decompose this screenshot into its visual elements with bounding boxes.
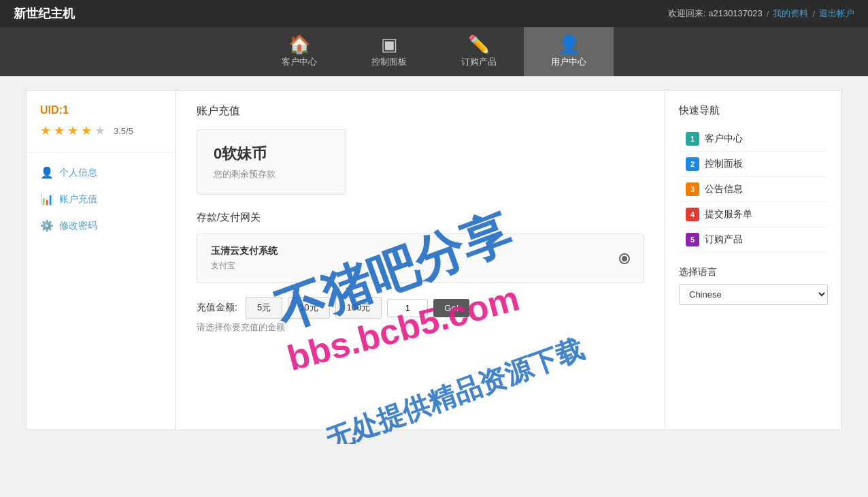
main-container: UID:1 ★ ★ ★ ★ ★ 3.5/5 👤 个人信息 📊 账户充值 ⚙️ 修… <box>26 90 842 430</box>
payment-details: 玉清云支付系统 支付宝 <box>211 245 278 272</box>
sidebar-item-account-recharge[interactable]: 📊 账户充值 <box>27 186 176 212</box>
content-area: 账户充值 0软妹币 您的剩余预存款 存款/支付网关 玉清云支付系统 支付宝 充值… <box>176 91 665 430</box>
payment-sub: 支付宝 <box>211 260 278 272</box>
amount-btn-10[interactable]: 10元 <box>288 297 329 319</box>
amount-btn-100[interactable]: 100元 <box>335 297 382 319</box>
star-4: ★ <box>81 123 92 138</box>
amount-btn-5[interactable]: 5元 <box>246 297 282 319</box>
balance-label: 您的剩余预存款 <box>214 168 329 180</box>
nav-label-client-center: 客户中心 <box>282 56 317 68</box>
top-bar: 新世纪主机 欢迎回来: a2130137023 / 我的资料 / 退出帐户 <box>0 0 868 27</box>
badge-2: 2 <box>686 157 699 171</box>
rating-text: 3.5/5 <box>114 126 133 136</box>
welcome-text: 欢迎回来: a2130137023 <box>668 7 763 20</box>
separator2: / <box>812 9 815 19</box>
section-title: 账户充值 <box>197 104 644 118</box>
nav-user-center[interactable]: 👤 用户中心 <box>524 27 614 76</box>
balance-amount: 0软妹币 <box>214 144 329 164</box>
sidebar-label-account-recharge: 账户充值 <box>59 193 97 206</box>
content-wrapper: 不猪吧分享 bbs.bcb5.com 无处提供精品资源下载 UID:1 ★ ★ … <box>26 90 842 430</box>
language-section: 选择语言 Chinese English <box>679 266 828 305</box>
sidebar-item-personal-info[interactable]: 👤 个人信息 <box>27 159 176 186</box>
site-logo: 新世纪主机 <box>14 5 75 22</box>
user-icon: 👤 <box>558 35 580 53</box>
order-icon: ✏️ <box>468 35 490 53</box>
sidebar-label-personal-info: 个人信息 <box>59 167 97 179</box>
lang-title: 选择语言 <box>679 266 828 278</box>
quick-nav-label-1: 客户中心 <box>705 133 743 145</box>
quick-nav-order-products[interactable]: 5 订购产品 <box>679 227 828 253</box>
badge-1: 1 <box>686 132 699 146</box>
quick-nav-label-4: 提交服务单 <box>705 208 752 221</box>
sidebar-item-change-password[interactable]: ⚙️ 修改密码 <box>27 212 176 239</box>
gear-icon: ⚙️ <box>40 219 54 232</box>
quick-nav-submit-ticket[interactable]: 4 提交服务单 <box>679 202 828 227</box>
badge-5: 5 <box>686 233 699 246</box>
amount-row: 充值金额: 5元 10元 100元 Go! <box>197 297 644 319</box>
home-icon: 🏠 <box>288 35 310 53</box>
language-select[interactable]: Chinese English <box>679 284 828 305</box>
separator1: / <box>767 9 769 19</box>
amount-label: 充值金额: <box>197 302 237 314</box>
star-1: ★ <box>40 123 51 138</box>
sidebar: UID:1 ★ ★ ★ ★ ★ 3.5/5 👤 个人信息 📊 账户充值 ⚙️ 修… <box>27 91 176 430</box>
sidebar-divider <box>27 152 176 153</box>
dashboard-icon: ▣ <box>381 35 398 53</box>
amount-input[interactable] <box>387 299 428 317</box>
amount-hint: 请选择你要充值的金额 <box>197 321 644 334</box>
sidebar-label-change-password: 修改密码 <box>59 220 97 232</box>
top-bar-right: 欢迎回来: a2130137023 / 我的资料 / 退出帐户 <box>668 7 854 20</box>
nav-control-panel[interactable]: ▣ 控制面板 <box>344 27 434 76</box>
go-button[interactable]: Go! <box>433 299 469 317</box>
nav-bar: 🏠 客户中心 ▣ 控制面板 ✏️ 订购产品 👤 用户中心 <box>0 27 868 76</box>
chart-icon: 📊 <box>40 193 54 206</box>
nav-label-order-products: 订购产品 <box>461 56 497 68</box>
badge-3: 3 <box>686 182 699 196</box>
star-5: ★ <box>95 123 105 138</box>
amount-section: 充值金额: 5元 10元 100元 Go! 请选择你要充值的金额 <box>197 297 644 334</box>
quick-nav-announcements[interactable]: 3 公告信息 <box>679 177 828 202</box>
nav-label-control-panel: 控制面板 <box>371 56 407 68</box>
nav-order-products[interactable]: ✏️ 订购产品 <box>434 27 524 76</box>
uid-label: UID:1 <box>27 104 176 123</box>
quick-nav-client-center[interactable]: 1 客户中心 <box>679 127 828 152</box>
right-sidebar: 快速导航 1 客户中心 2 控制面板 3 公告信息 4 提交服务单 5 订购产品 <box>665 91 841 430</box>
quick-nav-label-2: 控制面板 <box>705 158 743 170</box>
star-3: ★ <box>67 123 78 138</box>
payment-radio[interactable] <box>619 253 630 264</box>
badge-4: 4 <box>686 208 699 221</box>
quick-nav-title: 快速导航 <box>679 104 828 117</box>
star-2: ★ <box>54 123 65 138</box>
balance-card: 0软妹币 您的剩余预存款 <box>197 129 346 195</box>
payment-name: 玉清云支付系统 <box>211 245 278 257</box>
payment-option[interactable]: 玉清云支付系统 支付宝 <box>197 234 644 283</box>
quick-nav-label-3: 公告信息 <box>705 183 743 195</box>
rating-row: ★ ★ ★ ★ ★ 3.5/5 <box>27 123 176 152</box>
deposit-section-title: 存款/支付网关 <box>197 211 644 224</box>
quick-nav-control-panel[interactable]: 2 控制面板 <box>679 152 828 177</box>
person-icon: 👤 <box>40 166 54 179</box>
nav-client-center[interactable]: 🏠 客户中心 <box>254 27 344 76</box>
my-profile-link[interactable]: 我的资料 <box>773 7 808 20</box>
quick-nav-label-5: 订购产品 <box>705 234 743 246</box>
nav-label-user-center: 用户中心 <box>551 56 586 68</box>
logout-link[interactable]: 退出帐户 <box>819 7 854 20</box>
